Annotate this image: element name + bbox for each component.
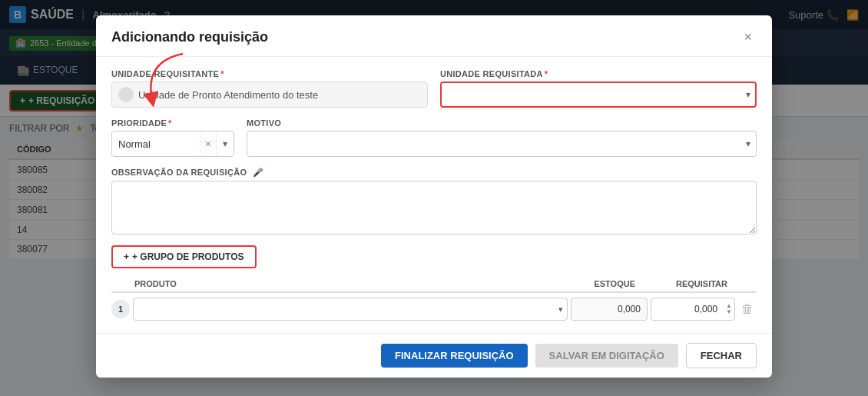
form-group-observation: Observação da requisição 🎤 — [111, 168, 757, 235]
form-group-requested-unit: Unidade requisitada* ▾ — [440, 69, 757, 108]
requesting-unit-avatar — [118, 87, 134, 102]
modal-dialog: Adicionando requisição × Unidade requisi… — [96, 15, 772, 378]
product-select[interactable] — [133, 298, 568, 321]
reason-label: Motivo — [247, 118, 757, 128]
save-draft-button: SALVAR EM DIGITAÇÃO — [535, 344, 678, 368]
reason-select[interactable] — [247, 131, 757, 157]
modal-title: Adicionando requisição — [111, 29, 268, 45]
request-input-wrap: ▲ ▼ — [651, 298, 735, 321]
products-table: PRODUTO ESTOQUE REQUISITAR 1 ▾ — [111, 276, 757, 321]
requested-unit-select-wrap: ▾ — [440, 82, 757, 108]
requesting-unit-value: Unidade de Pronto Atendimento do teste — [138, 89, 318, 101]
observation-textarea[interactable] — [111, 181, 757, 235]
finalize-button[interactable]: FINALIZAR REQUISIÇÃO — [381, 344, 528, 368]
mic-icon[interactable]: 🎤 — [253, 168, 263, 177]
stock-input — [571, 298, 648, 321]
priority-select-wrap: Normal × ▾ — [111, 131, 234, 157]
modal-footer: FINALIZAR REQUISIÇÃO SALVAR EM DIGITAÇÃO… — [96, 333, 772, 378]
form-group-priority: Prioridade* Normal × ▾ — [111, 118, 234, 157]
requested-unit-select[interactable] — [440, 82, 757, 108]
delete-row-button[interactable]: 🗑 — [738, 302, 757, 316]
modal-overlay: Adicionando requisição × Unidade requisi… — [0, 0, 868, 396]
form-row-units: Unidade requisitante* Unidade de Pronto … — [111, 69, 757, 108]
modal-close-button[interactable]: × — [739, 28, 757, 47]
priority-clear-button[interactable]: × — [200, 131, 216, 156]
product-select-wrap: ▾ — [133, 298, 568, 321]
quantity-spinner: ▲ ▼ — [726, 303, 732, 315]
form-row-priority-reason: Prioridade* Normal × ▾ Motivo ▾ — [111, 118, 757, 157]
products-section: + + GRUPO DE PRODUTOS PRODUTO ESTOQUE RE… — [111, 245, 757, 321]
priority-value: Normal — [112, 138, 200, 150]
requesting-unit-label: Unidade requisitante* — [111, 69, 428, 78]
col-request-header: REQUISITAR — [641, 279, 734, 288]
request-quantity-input[interactable] — [651, 298, 735, 321]
product-num: 1 — [111, 300, 130, 318]
requested-unit-label: Unidade requisitada* — [440, 69, 757, 78]
add-group-button[interactable]: + + GRUPO DE PRODUTOS — [111, 245, 257, 268]
add-group-label: + GRUPO DE PRODUTOS — [132, 251, 244, 262]
col-product-header: PRODUTO — [134, 279, 557, 288]
observation-label: Observação da requisição 🎤 — [111, 168, 757, 178]
reason-select-wrap: ▾ — [247, 131, 757, 157]
product-row: 1 ▾ ▲ ▼ — [111, 298, 757, 321]
modal-body: Unidade requisitante* Unidade de Pronto … — [96, 57, 772, 333]
spin-down[interactable]: ▼ — [726, 309, 732, 315]
products-table-header: PRODUTO ESTOQUE REQUISITAR — [111, 276, 757, 293]
form-row-observation: Observação da requisição 🎤 — [111, 168, 757, 235]
priority-dropdown-button[interactable]: ▾ — [216, 131, 234, 156]
priority-label: Prioridade* — [111, 118, 234, 128]
add-group-icon: + — [124, 251, 129, 262]
close-modal-button[interactable]: FECHAR — [686, 343, 757, 368]
form-group-reason: Motivo ▾ — [247, 118, 757, 157]
col-stock-header: ESTOQUE — [557, 279, 641, 288]
form-group-requesting-unit: Unidade requisitante* Unidade de Pronto … — [111, 69, 428, 108]
modal-header: Adicionando requisição × — [96, 15, 772, 57]
